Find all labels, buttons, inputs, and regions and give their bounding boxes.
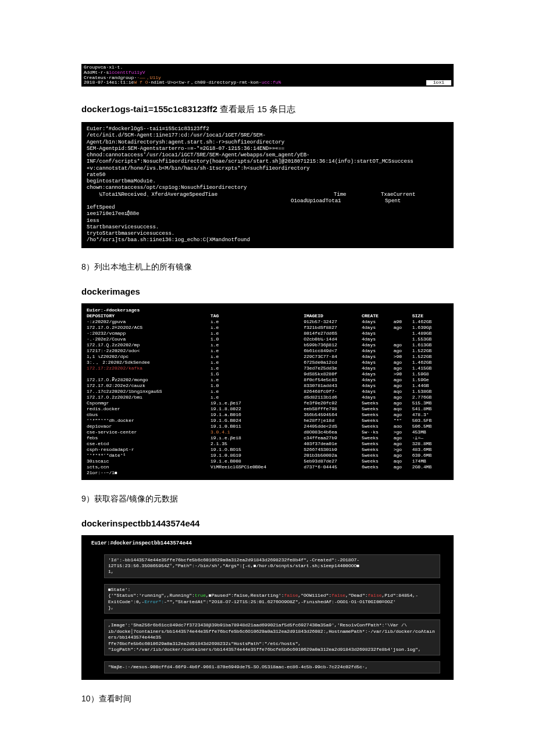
top-line-4: 2018·07·14ei:t1:ieW f O·ndlmt·U>o<tw·r，c… <box>84 80 281 85</box>
log-line: /ho*/scrı]ts/baa.sh:1ine136:1og_echo:C(X… <box>87 237 448 243</box>
images-command-line: Eu1er:-#dockerıages <box>87 307 448 313</box>
images-row: 172.17.O.₽z28202/mongoı.e8f0cf54e5c834da… <box>87 377 448 383</box>
images-header-cell: TAG <box>211 313 304 319</box>
images-cell: 9dS85kx8280f <box>304 371 362 377</box>
images-cell: 1.613GB <box>412 342 448 348</box>
images-cell: ago <box>394 366 412 371</box>
images-row: cse-service-center3.0.4.1d8O083c4b6ea5w·… <box>87 429 448 435</box>
log-line: O1oadUp1oadTota1 Spent 1eftSpeed <box>87 198 448 212</box>
section-title-inspect: dockerinspectbb1443574e44 <box>81 518 454 528</box>
images-cell <box>87 371 211 377</box>
images-cell: cse-service-center <box>87 429 211 435</box>
images-cell: 5weeks <box>362 406 394 412</box>
images-cell: 4days <box>362 325 394 331</box>
images-cell <box>394 331 412 336</box>
images-cell: 4days <box>362 342 394 348</box>
log-line: chnod:cannotaccess'/usr/1oca1/iGCT/SRE/S… <box>87 152 448 159</box>
images-cell: 1.59Ge <box>412 377 448 383</box>
images-cell: S26674S301b9 <box>304 447 362 453</box>
terminal-logs-output: Eu1er:*#dockerlOgS--tai1≡15Sc1c83123ff2/… <box>81 122 454 248</box>
log-line: rate50 <box>87 172 448 178</box>
images-cell: 5weeks <box>362 447 394 453</box>
images-cell: 3:.， 2:20202/SdkSendee <box>87 360 211 366</box>
images-row: 172.17.02:2O2e2/cauzk1.08330781add434day… <box>87 383 448 389</box>
log-line: Eu1er:*#dockerlOgS--tai1≡15Sc1c83123ff2 <box>87 126 448 132</box>
images-cell: 19.1.0.8G19 <box>211 453 304 458</box>
images-row: 21or:··~/l■ <box>87 470 448 476</box>
inspect-block-state: ■State':{'"Status":'running",,Running":t… <box>104 584 440 614</box>
images-cell: ·⊥=— <box>412 435 448 441</box>
images-cell: 4days <box>362 366 394 371</box>
images-cell <box>412 470 448 476</box>
log-line: chown:cannotaccess/opt/csp1og:Nosuchfi1e… <box>87 185 448 191</box>
images-cell: 172.17:2z20202/kafka <box>87 366 211 371</box>
images-cell: 19.1.e.B008 <box>211 458 304 464</box>
images-cell: i9.ı.e.βei8 <box>211 435 304 441</box>
images-cell: 1.59G8 <box>412 371 448 377</box>
images-cell: 3.0.4.1 <box>211 429 304 435</box>
images-cell: ago <box>394 348 412 354</box>
images-cell: ı.e <box>211 331 304 336</box>
images-cell: ago <box>394 464 412 470</box>
images-cell: 2.1.35 <box>211 441 304 447</box>
images-cell: 172.17.02:2O2e2/cauzk <box>87 383 211 389</box>
images-cell: ago <box>394 377 412 383</box>
images-row: ıcts,ccnViMReeiclGSPC1e0B0e4d737*6·04445… <box>87 464 448 470</box>
section-title-logs: docker1ogs-tai1=155c1c83123ff2 查看最后 15 条… <box>81 104 454 115</box>
images-row: febsi9.ı.e.βei8c34ffeaa27b95weeksago·⊥=— <box>87 435 448 441</box>
images-cell: ViMReeiclGSPC1e0B0e4 <box>211 464 304 470</box>
images-cell: 30ıscaıc <box>87 458 211 464</box>
section-title-images: dockerimages <box>81 286 454 296</box>
images-cell: 1.44GB <box>412 383 448 389</box>
images-cell: 19.1.G.B024 <box>211 418 304 424</box>
inspect-block-image: ,Image':'Sha256r6b61cc849dc7f3723438β39b… <box>104 619 440 655</box>
images-cell: >90 <box>394 354 412 360</box>
images-cell: ı.e <box>211 319 304 325</box>
images-cell: 328.8MB <box>412 441 448 447</box>
images-cell <box>362 470 394 476</box>
images-cell: ᶜˢᵖᵘᵍᵍʳᵉdateˢ¹ <box>87 453 211 458</box>
images-cell: 4days <box>362 377 394 383</box>
images-cell: 506.5MB <box>412 424 448 429</box>
images-cell: ago <box>394 412 412 418</box>
images-cell: he28f7|e18d <box>304 418 362 424</box>
images-cell: 1.462GB <box>412 360 448 366</box>
images-cell: 4days <box>362 383 394 389</box>
images-cell: 73ed7e25dd3e <box>304 366 362 371</box>
images-cell: ·:20232/vcmapp <box>87 331 211 336</box>
images-cell: 1.522GB <box>412 354 448 360</box>
images-header-cell: DEPOSITORY <box>87 313 211 319</box>
images-cell: csph·resodadapt·r <box>87 447 211 453</box>
images-row: 30ıscaıc19.1.e.B0085eb93d87de275weeksaqo… <box>87 458 448 464</box>
images-cell: 8f0cf54e5c83 <box>304 377 362 383</box>
images-cell: ago <box>394 400 412 406</box>
images-row: dep1ovaoг19.1.0.B01124495dde<2dS5weeksaα… <box>87 424 448 429</box>
images-cell: ı.e <box>211 366 304 371</box>
terminal-fragment-top: Groupvca·xl·t. AddMt·r·slccenttfu11yV Cr… <box>81 64 454 87</box>
log-line: begintostartbmaModu1e. <box>87 178 448 185</box>
images-header-cell: CREATE <box>362 313 394 319</box>
section-10-heading: 10）查看时间 <box>81 694 454 704</box>
images-cell: ı.e <box>211 395 304 400</box>
images-cell: 5weeks <box>362 412 394 418</box>
images-cell: 17..17c2z20202/1bnginxgau5S <box>87 389 211 395</box>
images-cell: >go <box>394 429 412 435</box>
images-cell: 1.0 <box>211 336 304 342</box>
images-cell: ᵃᵍᵒ <box>394 418 412 424</box>
images-cell: b599b736β812 <box>304 342 362 348</box>
images-cell: >90 <box>394 371 412 377</box>
images-cell: ı.e <box>211 325 304 331</box>
images-cell: O2cb0b¼·14d4 <box>304 336 362 342</box>
images-cell: aqo <box>394 458 412 464</box>
log-line: ¼Tota1%Received、XferdAverageSpeedTiae Ti… <box>87 192 448 198</box>
images-cell: 639.6MB <box>412 453 448 458</box>
images-cell: 201b3b50092a <box>304 453 362 458</box>
docker-images-table: DEPOSITORYTAGIMAGEIDCREATESIZE·:z20202/g… <box>87 313 448 476</box>
images-cell: 912b57·32427 <box>304 319 362 325</box>
images-cell: 19.1.a.B016 <box>211 412 304 418</box>
images-row: ·.·202e2/Couva1.0O2cb0b¼·14d44days1.553G… <box>87 336 448 342</box>
log-line: INF/conf/scripts*:Nosuchfi1eordirectory(… <box>87 159 448 165</box>
images-cell: ı.e <box>211 389 304 395</box>
images-cell <box>304 470 362 476</box>
images-cell: 826468fc9f7· <box>304 389 362 395</box>
